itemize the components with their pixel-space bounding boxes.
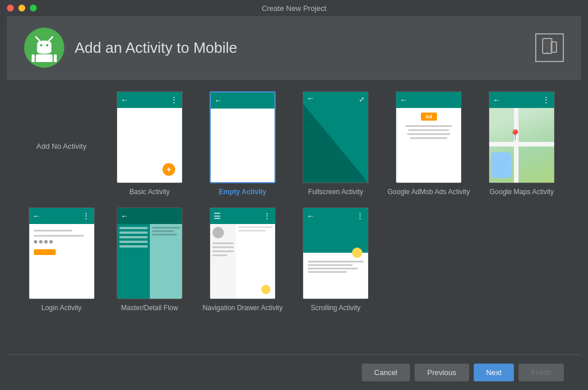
basic-toolbar: ← ⋮: [117, 92, 182, 108]
fullscreen-activity-mockup: ← ⤢: [303, 92, 368, 183]
svg-point-2: [40, 44, 42, 47]
no-activity-label: Add No Activity: [36, 142, 86, 150]
empty-body: [211, 109, 274, 182]
nav-content-line-1: [238, 226, 273, 228]
nav-drawer-item-4: [212, 254, 227, 256]
login-activity-item[interactable]: ← ⋮: [24, 207, 99, 312]
page-title: Add an Activity to Mobile: [75, 39, 237, 57]
fullscreen-activity-item[interactable]: ← ⤢ Fullscreen Activity: [293, 91, 378, 196]
master-detail-activity-mockup: ←: [117, 208, 182, 299]
maps-dots-icon: ⋮: [542, 95, 551, 105]
master-detail-activity-thumb: ←: [117, 207, 183, 299]
nav-drawer-activity-thumb: ☰ ⋮: [210, 207, 276, 299]
scrolling-header-img: [303, 224, 368, 253]
scrolling-body: [303, 224, 368, 299]
login-line-2: [34, 235, 84, 237]
finish-button[interactable]: Finish: [519, 364, 564, 381]
scrolling-fab: [352, 248, 362, 258]
fullscreen-toolbar: ← ⤢: [303, 92, 368, 104]
previous-button[interactable]: Previous: [415, 364, 469, 381]
scrolling-back-arrow-icon: ←: [307, 211, 315, 221]
master-detail-panel: [150, 224, 183, 299]
window-title: Create New Project: [262, 4, 327, 13]
detail-line-3: [152, 234, 177, 235]
maps-activity-label: Google Maps Activity: [489, 188, 554, 196]
fullscreen-activity-thumb: ← ⤢: [303, 91, 369, 183]
activity-grid: Add No Activity ← ⋮ + Basic Activity: [24, 91, 564, 312]
nav-fab: [261, 285, 270, 294]
map-pin-icon: 📍: [509, 129, 521, 141]
master-detail-activity-item[interactable]: ←: [107, 207, 192, 312]
master-detail-toolbar: ←: [117, 208, 182, 224]
nav-drawer-item-3: [212, 250, 234, 252]
scrolling-activity-item[interactable]: ← ⋮: [293, 207, 378, 312]
fullscreen-back-arrow-icon: ←: [307, 94, 315, 103]
svg-rect-4: [36, 54, 52, 62]
scrolling-line-3: [308, 268, 358, 269]
nav-drawer-activity-item[interactable]: ☰ ⋮: [200, 207, 285, 312]
map-water: [491, 152, 511, 178]
scrolling-activity-label: Scrolling Activity: [311, 304, 361, 312]
basic-body: +: [117, 108, 182, 183]
master-list-item-2: [119, 231, 148, 234]
detail-line-2: [152, 230, 175, 232]
maps-activity-mockup: ← ⋮ 📍: [489, 92, 554, 183]
master-detail-activity-label: Master/Detail Flow: [121, 304, 178, 312]
basic-activity-item[interactable]: ← ⋮ + Basic Activity: [107, 91, 192, 196]
phone-svg-icon: [539, 37, 560, 58]
master-back-arrow-icon: ←: [121, 211, 129, 221]
android-logo: [24, 28, 64, 68]
admob-body: Ad: [396, 108, 461, 183]
maximize-button[interactable]: [30, 5, 37, 11]
minimize-button[interactable]: [18, 5, 25, 11]
scrolling-toolbar: ← ⋮: [303, 208, 368, 224]
maps-toolbar: ← ⋮: [489, 92, 554, 108]
map-road-vertical: [514, 108, 519, 183]
scrolling-activity-thumb: ← ⋮: [303, 207, 369, 299]
empty-activity-item[interactable]: ← Empty Activity: [200, 91, 285, 196]
scrolling-line-4: [308, 271, 347, 273]
nav-content-line-2: [238, 230, 266, 231]
scrolling-line-1: [308, 261, 363, 262]
maps-activity-item[interactable]: ← ⋮ 📍 Google Maps Activity: [479, 91, 564, 196]
empty-toolbar: ←: [211, 92, 274, 109]
expand-icon: ⤢: [359, 95, 365, 103]
nav-drawer-item-2: [212, 246, 234, 248]
master-list-item-5: [119, 245, 148, 248]
nav-body: [210, 224, 275, 299]
scrolling-line-2: [308, 264, 353, 266]
basic-activity-thumb: ← ⋮ +: [117, 91, 183, 183]
phone-icon: [535, 33, 564, 62]
admob-line-3: [407, 133, 451, 135]
titlebar: Create New Project: [0, 0, 588, 16]
master-list-item-4: [119, 241, 148, 243]
fullscreen-svg: [303, 104, 368, 183]
detail-line-1: [152, 227, 180, 229]
master-detail-body: [117, 224, 182, 299]
admob-line-2: [408, 129, 449, 131]
nav-toolbar: ☰ ⋮: [210, 208, 275, 224]
login-activity-mockup: ← ⋮: [29, 208, 94, 299]
close-button[interactable]: [7, 5, 14, 11]
admob-line-1: [405, 125, 452, 127]
nav-avatar: [212, 227, 224, 238]
cancel-button[interactable]: Cancel: [362, 364, 410, 381]
fullscreen-activity-label: Fullscreen Activity: [308, 188, 363, 196]
svg-line-0: [36, 37, 39, 40]
svg-point-3: [46, 44, 48, 47]
header-left: Add an Activity to Mobile: [24, 28, 237, 68]
login-line-1: [34, 230, 73, 231]
admob-back-arrow-icon: ←: [400, 95, 408, 105]
login-toolbar: ← ⋮: [29, 208, 94, 224]
admob-activity-item[interactable]: ← Ad Google AdMob Ads Activity: [386, 91, 471, 196]
admob-activity-thumb: ← Ad: [396, 91, 462, 183]
dialog: Add an Activity to Mobile Add No Activit…: [7, 16, 581, 390]
svg-rect-6: [54, 54, 57, 62]
next-button[interactable]: Next: [474, 364, 514, 381]
nav-drawer-item-1: [212, 242, 234, 244]
header: Add an Activity to Mobile: [7, 16, 581, 80]
nav-drawer-activity-mockup: ☰ ⋮: [210, 208, 275, 299]
footer: Cancel Previous Next Finish: [7, 354, 581, 390]
no-activity-option[interactable]: Add No Activity: [24, 91, 99, 195]
map-road-horizontal: [489, 142, 554, 146]
